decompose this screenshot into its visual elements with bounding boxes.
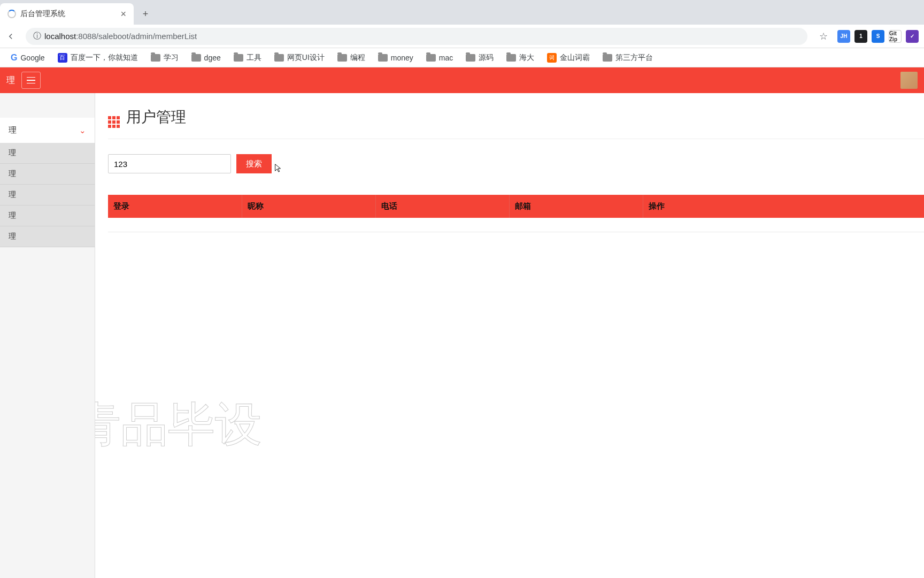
bookmark-label: 第三方平台: [615, 53, 653, 63]
grid-icon: [108, 106, 120, 128]
tab-title: 后台管理系统: [20, 9, 116, 19]
bookmark-item[interactable]: 海大: [500, 51, 541, 65]
bookmark-label: 网页UI设计: [287, 53, 325, 63]
folder-icon: [234, 54, 243, 62]
url-port: :8088: [76, 32, 96, 41]
folder-icon: [426, 54, 436, 62]
bookmark-label: money: [391, 54, 413, 62]
bookmark-item[interactable]: money: [372, 51, 420, 64]
bookmark-item[interactable]: 第三方平台: [596, 51, 659, 65]
browser-tab[interactable]: 后台管理系统 ×: [0, 3, 134, 25]
bookmark-label: 百度一下，你就知道: [71, 53, 138, 63]
sidebar-section-header[interactable]: 理 ⌄: [0, 118, 95, 143]
url-host: localhost: [44, 32, 76, 41]
menu-toggle-button[interactable]: [21, 72, 41, 89]
url-input[interactable]: ⓘ localhost:8088/saleboot/admin/memberLi…: [26, 28, 807, 45]
folder-icon: [378, 54, 388, 62]
chevron-down-icon: ⌄: [79, 126, 86, 135]
column-header: 邮箱: [509, 195, 643, 218]
sidebar-item[interactable]: 理: [0, 226, 95, 247]
bookmark-item[interactable]: GGoogle: [4, 51, 51, 65]
bookmark-item[interactable]: 编程: [331, 51, 372, 65]
close-icon[interactable]: ×: [120, 9, 126, 20]
sidebar-item[interactable]: 理: [0, 143, 95, 164]
back-button[interactable]: [3, 29, 18, 44]
user-avatar[interactable]: [900, 72, 918, 89]
bookmark-star-icon[interactable]: ☆: [819, 31, 828, 42]
bookmark-bar: GGoogle百百度一下，你就知道学习dgee工具网页UI设计编程moneyma…: [0, 48, 924, 67]
header-brand: 理: [6, 75, 15, 86]
bookmark-item[interactable]: 源码: [459, 51, 500, 65]
bookmark-label: 海大: [519, 53, 534, 63]
browser-chrome: 后台管理系统 × + ⓘ localhost:8088/saleboot/adm…: [0, 0, 924, 67]
info-icon: ⓘ: [33, 31, 41, 41]
bookmark-label: 源码: [479, 53, 494, 63]
bookmark-label: 学习: [164, 53, 179, 63]
bookmark-item[interactable]: 百百度一下，你就知道: [51, 51, 144, 65]
new-tab-button[interactable]: +: [138, 6, 153, 21]
loading-spinner-icon: [7, 10, 16, 18]
url-path: /saleboot/admin/memberList: [96, 32, 197, 41]
bookmark-item[interactable]: 词金山词霸: [541, 51, 596, 65]
table-row: [108, 218, 924, 232]
folder-icon: [337, 54, 347, 62]
google-icon: G: [11, 53, 17, 63]
extension-icon[interactable]: Git Zip: [889, 30, 902, 43]
folder-icon: [603, 54, 612, 62]
extension-icon[interactable]: JH: [837, 30, 850, 43]
page-title-row: 用户管理: [108, 106, 924, 139]
cursor-icon: [274, 163, 282, 173]
extension-icon[interactable]: 1: [854, 30, 867, 43]
tab-bar: 后台管理系统 × +: [0, 0, 924, 25]
page-title: 用户管理: [126, 107, 186, 127]
bookmark-label: Google: [20, 54, 44, 62]
search-button[interactable]: 搜索: [236, 154, 272, 173]
sidebar: 理 ⌄ 理理理理理: [0, 93, 95, 578]
bookmark-label: 编程: [350, 53, 365, 63]
address-bar: ⓘ localhost:8088/saleboot/admin/memberLi…: [0, 25, 924, 48]
bookmark-label: dgee: [204, 54, 221, 62]
sidebar-item[interactable]: 理: [0, 164, 95, 185]
bookmark-label: 工具: [247, 53, 261, 63]
bookmark-label: 金山词霸: [560, 53, 590, 63]
main-content: 用户管理 搜索 登录昵称电话邮箱操作 青品毕设: [95, 93, 924, 578]
folder-icon: [506, 54, 516, 62]
bookmark-item[interactable]: 学习: [144, 51, 185, 65]
sidebar-section-label: 理: [9, 125, 17, 135]
jinshan-icon: 词: [547, 53, 557, 63]
bookmark-item[interactable]: mac: [420, 51, 459, 64]
app-header: 理: [0, 67, 924, 93]
watermark: 青品毕设: [95, 393, 262, 457]
sidebar-item[interactable]: 理: [0, 185, 95, 206]
extension-icon[interactable]: S: [872, 30, 884, 43]
sidebar-item[interactable]: 理: [0, 206, 95, 226]
bookmark-item[interactable]: 网页UI设计: [268, 51, 331, 65]
bookmark-item[interactable]: dgee: [185, 51, 227, 64]
column-header: 电话: [375, 195, 509, 218]
bookmark-label: mac: [439, 54, 453, 62]
baidu-icon: 百: [58, 53, 67, 63]
column-header: 昵称: [242, 195, 375, 218]
app-body: 理 ⌄ 理理理理理 用户管理 搜索 登录昵称电话邮箱操作 青品毕设: [0, 93, 924, 578]
column-header: 登录: [108, 195, 242, 218]
extension-icon[interactable]: ✓: [906, 30, 919, 43]
folder-icon: [191, 54, 201, 62]
search-input[interactable]: [108, 154, 231, 173]
folder-icon: [274, 54, 284, 62]
bookmark-item[interactable]: 工具: [227, 51, 268, 65]
data-table: 登录昵称电话邮箱操作: [108, 195, 924, 232]
folder-icon: [151, 54, 160, 62]
folder-icon: [466, 54, 475, 62]
column-header: 操作: [643, 195, 924, 218]
search-row: 搜索: [108, 154, 924, 173]
